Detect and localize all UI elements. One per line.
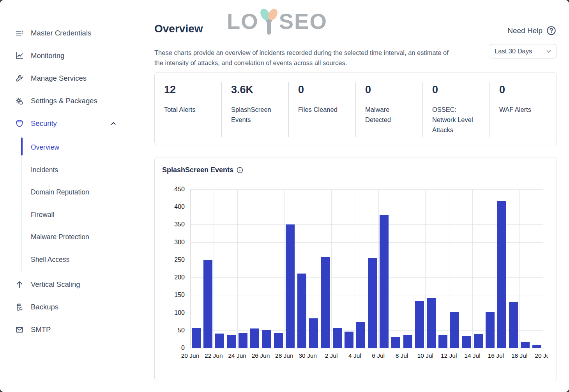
bar-25-jun[interactable] (250, 328, 259, 348)
bar-16-jul[interactable] (497, 201, 506, 348)
bar-18-jul[interactable] (521, 342, 530, 348)
sidebar-item-vertical-scaling[interactable]: Vertical Scaling (0, 273, 154, 296)
bar-6-jul[interactable] (380, 215, 389, 348)
y-axis-tick-label: 50 (155, 327, 185, 334)
stat-label: WAF Alerts (499, 104, 547, 115)
bar-27-jun[interactable] (274, 333, 283, 348)
y-axis-tick-label: 100 (155, 309, 185, 317)
arrow-up-icon (15, 280, 24, 289)
bar-28-jun[interactable] (286, 224, 295, 348)
bar-23-jun[interactable] (227, 335, 236, 348)
chevron-up-icon[interactable] (110, 120, 117, 127)
v-gridline (496, 189, 496, 348)
bar-14-jul[interactable] (474, 334, 483, 348)
bar-21-jun[interactable] (203, 260, 212, 348)
bar-8-jul[interactable] (403, 335, 412, 348)
stat-total-alerts: 12 Total Alerts (155, 82, 221, 135)
page-description: These charts provide an overview of inci… (154, 48, 455, 68)
y-axis-tick-label: 350 (155, 221, 185, 228)
bar-26-jun[interactable] (262, 330, 271, 348)
h-gridline (190, 260, 543, 260)
sidebar-item-label: Settings & Packages (31, 97, 97, 105)
security-subnav: Overview Incidents Domain Reputation Fir… (21, 136, 154, 271)
bar-9-jul[interactable] (415, 301, 424, 348)
x-axis-tick-label: 30 Jun (299, 352, 317, 359)
x-axis-tick-label: 22 Jun (205, 352, 223, 359)
sidebar-item-label: Manage Services (31, 74, 87, 83)
stat-splashscreen-events: 3.6K SplashScreen Events (222, 82, 288, 135)
stat-value: 0 (432, 84, 489, 96)
bar-10-jul[interactable] (427, 298, 436, 348)
sidebar-item-settings-packages[interactable]: Settings & Packages (0, 90, 154, 112)
y-axis-tick-label: 250 (155, 256, 185, 264)
bar-29-jun[interactable] (297, 274, 306, 348)
v-gridline (284, 189, 284, 348)
h-gridline (190, 348, 543, 348)
x-axis-tick-label: 8 Jul (396, 352, 408, 359)
sidebar-item-master-credentials[interactable]: Master Credentials (0, 22, 154, 44)
y-axis-tick-label: 200 (155, 274, 185, 281)
bar-2-jul[interactable] (333, 328, 342, 348)
logo-text-right: SEO (279, 7, 327, 36)
v-gridline (472, 189, 473, 348)
bar-17-jul[interactable] (509, 302, 518, 348)
chart-line-icon (15, 51, 24, 60)
stat-ossec-network-attacks: 0 OSSEC: Network Level Attacks (423, 82, 489, 135)
v-gridline (214, 189, 214, 348)
logo-text-left: LO (227, 7, 259, 36)
backup-icon (15, 303, 24, 312)
stat-label: Malware Detected (365, 104, 413, 125)
bar-1-jul[interactable] (321, 257, 330, 348)
time-range-select[interactable]: Last 30 Days (489, 44, 557, 58)
chart-title: SplashScreen Events (162, 166, 233, 174)
sidebar-subitem-malware-protection[interactable]: Malware Protection (22, 226, 154, 249)
y-axis-tick-label: 0 (155, 344, 185, 352)
stat-files-cleaned: 0 Files Cleaned (289, 82, 355, 135)
time-range-value: Last 30 Days (495, 48, 532, 55)
bar-15-jul[interactable] (486, 312, 495, 348)
bar-3-jul[interactable] (345, 332, 353, 348)
mail-icon (15, 325, 24, 334)
bar-5-jul[interactable] (368, 258, 377, 348)
sidebar-item-label: Vertical Scaling (31, 280, 80, 289)
sidebar-item-label: Backups (31, 303, 58, 311)
sidebar-subitem-overview[interactable]: Overview (22, 136, 154, 159)
sidebar-subitem-incidents[interactable]: Incidents (22, 159, 154, 182)
v-gridline (237, 189, 238, 348)
stat-waf-alerts: 0 WAF Alerts (490, 82, 557, 135)
sidebar-item-backups[interactable]: Backups (0, 296, 154, 318)
bar-20-jun[interactable] (192, 328, 201, 348)
stat-label: Files Cleaned (298, 104, 346, 115)
main-content: Overview LO SEO Need Help (154, 0, 557, 392)
bar-4-jul[interactable] (356, 322, 365, 348)
stat-label: Total Alerts (164, 104, 212, 115)
x-axis-tick-label: 4 Jul (348, 352, 361, 359)
y-axis-tick-label: 400 (155, 203, 185, 211)
stat-value: 0 (365, 84, 422, 96)
sidebar-item-manage-services[interactable]: Manage Services (0, 67, 154, 90)
sidebar-item-smtp[interactable]: SMTP (0, 318, 154, 341)
h-gridline (190, 242, 543, 243)
sidebar-item-security[interactable]: Security (0, 112, 154, 135)
bar-11-jul[interactable] (438, 335, 447, 348)
splashscreen-events-card: SplashScreen Events 45040035030025020015… (154, 157, 557, 381)
shield-icon (15, 119, 24, 128)
x-axis-tick-label: 2 Jul (325, 352, 338, 359)
bar-24-jun[interactable] (239, 333, 247, 348)
bar-19-jul[interactable] (532, 345, 541, 348)
need-help-link[interactable]: Need Help (507, 26, 556, 35)
subitem-label: Shell Access (31, 256, 69, 264)
sidebar-subitem-shell-access[interactable]: Shell Access (22, 249, 154, 271)
wrench-icon (15, 74, 24, 83)
sidebar-subitem-domain-reputation[interactable]: Domain Reputation (22, 181, 154, 204)
bar-13-jul[interactable] (462, 336, 471, 348)
sidebar-item-monitoring[interactable]: Monitoring (0, 44, 154, 67)
stat-label: SplashScreen Events (231, 104, 279, 125)
bar-30-jun[interactable] (309, 318, 318, 348)
v-gridline (449, 189, 449, 348)
bar-12-jul[interactable] (450, 312, 459, 348)
sidebar-subitem-firewall[interactable]: Firewall (22, 204, 154, 226)
info-icon[interactable] (237, 167, 243, 173)
bar-22-jun[interactable] (215, 334, 224, 348)
bar-7-jul[interactable] (391, 337, 400, 348)
